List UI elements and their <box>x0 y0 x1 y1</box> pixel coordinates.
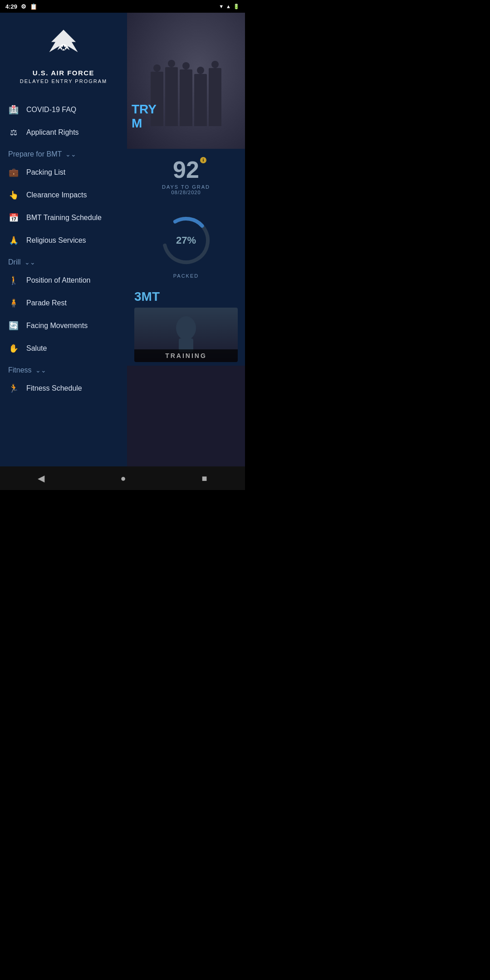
bottom-nav-bar: ◀ ● ■ <box>0 466 245 490</box>
sidebar-item-bmt-training-schedule[interactable]: 📅 BMT Training Schedule <box>0 206 127 229</box>
soldier-4 <box>194 74 207 126</box>
sidebar-item-parade-rest[interactable]: 🧍 Parade Rest <box>0 292 127 314</box>
applicant-rights-label: Applicant Rights <box>26 128 79 137</box>
parade-rest-label: Parade Rest <box>26 299 67 307</box>
sidebar-item-fitness-schedule[interactable]: 🏃 Fitness Schedule <box>0 377 127 400</box>
time-display: 4:29 <box>5 3 17 10</box>
prepare-bmt-label: Prepare for BMT <box>8 150 62 158</box>
clearance-impacts-label: Clearance Impacts <box>26 191 87 199</box>
bmt-section: 3MT TRAINING <box>127 286 245 366</box>
grad-date: 08/28/2020 <box>134 190 238 195</box>
days-number: 92 <box>173 156 199 183</box>
status-left: 4:29 ⚙ 📋 <box>5 3 37 10</box>
packed-progress-section: 27% PACKED <box>127 202 245 286</box>
sidebar-item-clearance-impacts[interactable]: 👆 Clearance Impacts <box>0 184 127 206</box>
bmt-schedule-icon: 📅 <box>8 213 19 223</box>
sidebar-item-religious-services[interactable]: 🙏 Religious Services <box>0 229 127 252</box>
salute-label: Salute <box>26 344 47 353</box>
religious-services-label: Religious Services <box>26 236 86 245</box>
app-subtitle: DELAYED ENTRY PROGRAM <box>20 78 107 84</box>
info-icon[interactable]: i <box>200 157 206 163</box>
facing-movements-icon: 🔄 <box>8 321 19 331</box>
wifi-icon: ▼ <box>219 4 224 9</box>
drill-label: Drill <box>8 258 21 266</box>
circular-progress: 27% <box>159 213 213 268</box>
packing-list-label: Packing List <box>26 168 65 176</box>
days-label: DAYS TO GRAD <box>134 184 238 190</box>
af-logo-icon <box>43 24 84 64</box>
fitness-label: Fitness <box>8 366 32 374</box>
clearance-impacts-icon: 👆 <box>8 190 19 200</box>
settings-icon: ⚙ <box>21 3 26 10</box>
sidebar-item-covid-faq[interactable]: 🏥 COVID-19 FAQ <box>0 98 127 121</box>
parade-rest-icon: 🧍 <box>8 298 19 308</box>
position-attention-icon: 🚶 <box>8 275 19 285</box>
svg-point-5 <box>176 316 196 340</box>
back-button[interactable]: ◀ <box>27 467 55 489</box>
soldier-3 <box>180 69 192 126</box>
status-bar: 4:29 ⚙ 📋 ▼ ▲ 🔋 <box>0 0 245 13</box>
sidebar-drawer: U.S. AIR FORCE DELAYED ENTRY PROGRAM 🏥 C… <box>0 13 127 466</box>
days-to-grad-section: 92 i DAYS TO GRAD 08/28/2020 <box>127 149 245 202</box>
covid-faq-label: COVID-19 FAQ <box>26 106 76 114</box>
applicant-rights-icon: ⚖ <box>8 127 19 137</box>
sidebar-item-applicant-rights[interactable]: ⚖ Applicant Rights <box>0 121 127 144</box>
covid-faq-icon: 🏥 <box>8 105 19 115</box>
section-prepare-bmt[interactable]: Prepare for BMT ⌄⌄ <box>0 144 127 161</box>
fitness-schedule-label: Fitness Schedule <box>26 384 82 392</box>
home-button[interactable]: ● <box>109 468 137 489</box>
bmt-schedule-label: BMT Training Schedule <box>26 214 102 222</box>
section-fitness[interactable]: Fitness ⌄⌄ <box>0 360 127 377</box>
progress-percent: 27% <box>176 235 196 246</box>
main-container: U.S. AIR FORCE DELAYED ENTRY PROGRAM 🏥 C… <box>0 13 245 466</box>
sidebar-item-facing-movements[interactable]: 🔄 Facing Movements <box>0 314 127 337</box>
soldier-5 <box>209 68 221 126</box>
sidebar-item-position-of-attention[interactable]: 🚶 Position of Attention <box>0 269 127 292</box>
app-title: U.S. AIR FORCE <box>33 69 94 77</box>
clipboard-icon: 📋 <box>30 3 37 10</box>
fitness-chevron-icon: ⌄⌄ <box>35 367 46 374</box>
facing-movements-label: Facing Movements <box>26 322 88 330</box>
battery-icon: 🔋 <box>233 4 240 10</box>
fitness-schedule-icon: 🏃 <box>8 383 19 393</box>
religious-services-icon: 🙏 <box>8 235 19 245</box>
sidebar-item-packing-list[interactable]: 💼 Packing List <box>0 161 127 184</box>
recent-button[interactable]: ■ <box>191 468 218 489</box>
packing-list-icon: 💼 <box>8 167 19 177</box>
sidebar-item-salute[interactable]: ✋ Salute <box>0 337 127 360</box>
hero-overlay-text: TRYM <box>132 103 157 131</box>
bmt-thumbnail[interactable]: TRAINING <box>134 308 238 362</box>
status-right: ▼ ▲ 🔋 <box>219 4 240 10</box>
hero-image: TRYM <box>127 13 245 149</box>
drill-chevron-icon: ⌄⌄ <box>24 259 35 266</box>
training-label: TRAINING <box>134 349 238 362</box>
section-drill[interactable]: Drill ⌄⌄ <box>0 252 127 269</box>
soldier-silhouettes <box>151 35 221 126</box>
content-area: TRYM 92 i DAYS TO GRAD 08/28/2020 27% <box>127 13 245 466</box>
salute-icon: ✋ <box>8 343 19 353</box>
bmt-title: 3MT <box>134 289 238 304</box>
signal-icon: ▲ <box>226 4 231 9</box>
soldier-2 <box>165 67 178 126</box>
sidebar-header: U.S. AIR FORCE DELAYED ENTRY PROGRAM <box>0 13 127 98</box>
prepare-bmt-chevron-icon: ⌄⌄ <box>65 151 76 158</box>
position-attention-label: Position of Attention <box>26 276 90 284</box>
